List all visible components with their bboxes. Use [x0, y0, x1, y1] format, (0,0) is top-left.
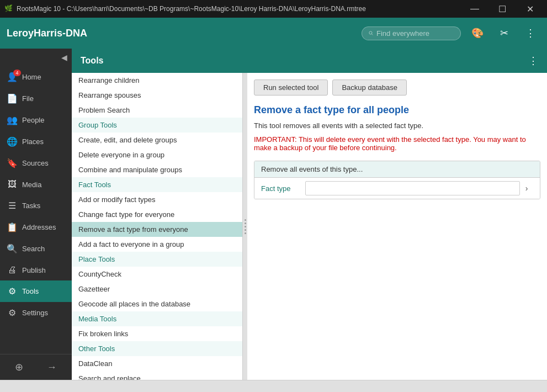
more-menu-button[interactable]: ⋮	[521, 23, 540, 43]
tool-item-geocode[interactable]: Geocode all places in the database	[72, 296, 242, 311]
remove-section-header: Remove all events of this type...	[254, 161, 540, 178]
tool-category-fact: Fact Tools	[72, 177, 242, 192]
navigate-button[interactable]: →	[45, 359, 59, 375]
tool-item-delete-group[interactable]: Delete everyone in a group	[72, 147, 242, 162]
tool-item-problem-search[interactable]: Problem Search	[72, 103, 242, 118]
sidebar-item-label: Search	[22, 245, 45, 253]
tool-item-search-replace[interactable]: Search and replace	[72, 371, 242, 380]
home-badge: 4	[13, 70, 21, 76]
tool-item-gazetteer[interactable]: Gazetteer	[72, 282, 242, 296]
tool-item-county-check[interactable]: CountyCheck	[72, 267, 242, 282]
tool-item-rearrange-children[interactable]: Rearrange children	[72, 73, 242, 88]
panel-splitter[interactable]	[243, 73, 247, 380]
sidebar-item-label: Sources	[22, 159, 49, 167]
sidebar-item-addresses[interactable]: 📋 Addresses	[0, 216, 72, 238]
people-icon: 👥	[7, 115, 18, 125]
sidebar-item-places[interactable]: 🌐 Places	[0, 131, 72, 152]
splitter-dot	[245, 229, 246, 231]
main-layout: ◀ 👤 Home 4 📄 File 👥 People 🌐	[0, 49, 547, 380]
fact-type-label: Fact type	[261, 184, 305, 193]
sidebar-item-file[interactable]: 📄 File	[0, 88, 72, 109]
header: LeroyHarris-DNA 🎨 ✂ ⋮	[0, 18, 547, 49]
sources-icon: 🔖	[7, 158, 18, 168]
content-menu-button[interactable]: ⋮	[528, 55, 538, 67]
sidebar-item-home[interactable]: 👤 Home 4	[0, 66, 72, 88]
sidebar-bottom: ⊕ →	[0, 354, 72, 380]
splitter-dot	[245, 223, 246, 224]
tool-item-add-fact-group[interactable]: Add a fact to everyone in a group	[72, 237, 242, 252]
content-title: Tools	[81, 56, 528, 66]
sidebar-toggle-area: ◀	[0, 49, 72, 66]
tool-item-remove-fact-type[interactable]: Remove a fact type from everyone	[72, 222, 242, 237]
tool-item-add-modify-facts[interactable]: Add or modify fact types	[72, 192, 242, 207]
settings-icon: ⚙	[7, 308, 18, 318]
sidebar-item-search[interactable]: 🔍 Search	[0, 238, 72, 259]
sidebar-item-label: Tools	[22, 287, 39, 295]
tool-category-place: Place Tools	[72, 252, 242, 267]
app: LeroyHarris-DNA 🎨 ✂ ⋮ ◀ 👤 Home 4	[0, 18, 547, 392]
tool-warning: IMPORTANT: This will delete every event …	[254, 135, 540, 152]
tool-description: This tool removes all events with a sele…	[254, 121, 540, 130]
sidebar-item-label: Addresses	[22, 223, 56, 231]
sidebar-item-settings[interactable]: ⚙ Settings	[0, 302, 72, 324]
svg-line-1	[371, 34, 373, 35]
remove-section: Remove all events of this type... Fact t…	[254, 161, 540, 199]
search-nav-icon: 🔍	[7, 243, 18, 254]
close-button[interactable]: ✕	[517, 0, 543, 18]
run-tool-button[interactable]: Run selected tool	[254, 80, 328, 96]
tasks-icon: ☰	[7, 200, 18, 211]
publish-icon: 🖨	[7, 265, 18, 275]
sidebar-item-label: File	[22, 94, 34, 103]
sidebar-item-sources[interactable]: 🔖 Sources	[0, 152, 72, 174]
minimize-button[interactable]: —	[462, 0, 487, 18]
sidebar-item-label: Home	[22, 73, 41, 81]
maximize-button[interactable]: ☐	[490, 0, 515, 18]
content-header: Tools ⋮	[72, 49, 547, 73]
tool-category-other: Other Tools	[72, 341, 242, 356]
tools-icon: ⚙	[7, 286, 18, 296]
sidebar-item-publish[interactable]: 🖨 Publish	[0, 259, 72, 280]
sidebar-item-tools[interactable]: ⚙ Tools	[0, 280, 72, 302]
sidebar-item-label: Settings	[22, 309, 48, 317]
add-button[interactable]: ⊕	[13, 359, 25, 375]
tools-list: Rearrange children Rearrange spouses Pro…	[72, 73, 242, 380]
statusbar	[0, 380, 547, 392]
tool-item-dataclean[interactable]: DataClean	[72, 356, 242, 371]
sidebar-item-tasks[interactable]: ☰ Tasks	[0, 195, 72, 216]
tool-item-rearrange-spouses[interactable]: Rearrange spouses	[72, 88, 242, 103]
scissor-button[interactable]: ✂	[494, 23, 514, 43]
tool-item-fix-broken-links[interactable]: Fix broken links	[72, 326, 242, 341]
app-icon: 🌿	[4, 4, 13, 13]
titlebar: 🌿 RootsMagic 10 - C:\Users\harri\Documen…	[0, 0, 547, 18]
search-box	[362, 27, 461, 40]
sidebar: ◀ 👤 Home 4 📄 File 👥 People 🌐	[0, 49, 72, 380]
file-icon: 📄	[7, 93, 18, 104]
addresses-icon: 📋	[7, 222, 18, 232]
tool-category-group: Group Tools	[72, 118, 242, 133]
detail-panel: Run selected tool Backup database Remove…	[247, 73, 547, 380]
sidebar-collapse-button[interactable]: ◀	[61, 53, 67, 62]
splitter-dot	[245, 232, 246, 234]
window-controls: — ☐ ✕	[462, 0, 543, 18]
splitter-dot	[245, 219, 246, 221]
palette-button[interactable]: 🎨	[468, 23, 487, 43]
search-input[interactable]	[376, 29, 454, 38]
app-title: LeroyHarris-DNA	[7, 28, 355, 39]
search-icon	[369, 29, 373, 37]
tool-category-media: Media Tools	[72, 311, 242, 326]
tool-item-combine-groups[interactable]: Combine and manipulate groups	[72, 162, 242, 177]
svg-point-0	[369, 31, 372, 34]
tool-item-change-fact-type[interactable]: Change fact type for everyone	[72, 207, 242, 222]
sidebar-item-label: People	[22, 116, 44, 124]
fact-type-row: Fact type ›	[254, 178, 540, 199]
backup-database-button[interactable]: Backup database	[332, 80, 406, 96]
content-area: Tools ⋮ Rearrange children Rearrange spo…	[72, 49, 547, 380]
splitter-dot	[245, 226, 246, 227]
sidebar-item-label: Places	[22, 137, 44, 146]
tool-item-create-groups[interactable]: Create, edit, and delete groups	[72, 133, 242, 147]
sidebar-item-people[interactable]: 👥 People	[0, 109, 72, 131]
tool-action-buttons: Run selected tool Backup database	[254, 80, 540, 96]
fact-type-arrow-button[interactable]: ›	[520, 182, 533, 195]
fact-type-input[interactable]	[305, 181, 520, 195]
sidebar-item-media[interactable]: 🖼 Media	[0, 174, 72, 195]
